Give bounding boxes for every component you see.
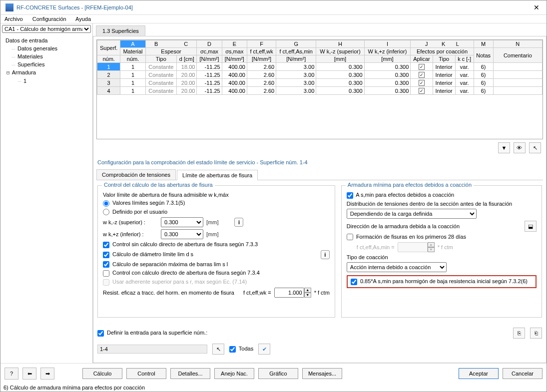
info-icon[interactable]: i [321, 250, 330, 259]
nav-tree: Datos de entrada Datos generales Materia… [0, 34, 92, 87]
chk-085asmin[interactable]: 0.85*A s,min para hormigón de baja resis… [351, 278, 528, 285]
subtab-fisura[interactable]: Límite de aberturas de fisura [177, 170, 258, 180]
chk-control-con-calculo[interactable]: Control con cálculo directo de abertura … [103, 270, 260, 277]
chk-fisuras-28dias[interactable]: Formación de fisuras en los primeros 28 … [347, 234, 466, 241]
col-letter-A[interactable]: A [120, 40, 145, 48]
menu-bar: Archivo Configuración Ayuda [0, 15, 547, 23]
view-icon[interactable]: 👁 [514, 142, 526, 153]
tab-superficies[interactable]: 1.3 Superficies [96, 25, 145, 36]
menu-ayuda[interactable]: Ayuda [75, 16, 91, 22]
chk-control-sin-calculo[interactable]: Control sin cálculo directo de abertura … [103, 241, 258, 248]
input-fct-asmin: ▲▼ [398, 242, 435, 252]
tree-armadura[interactable]: Armadura [0, 68, 92, 77]
tree-datos-generales[interactable]: Datos generales [0, 44, 92, 52]
input-fct-eff-wk[interactable]: ▲▼ [274, 288, 311, 298]
chk-separacion-maxima[interactable]: Cálculo de separación máxima de barras l… [103, 261, 228, 268]
col-superf: Superf. [97, 40, 120, 55]
table-row[interactable]: 41Constante20.00-11.25400.002.603.000.30… [97, 87, 543, 95]
nav-prev-icon[interactable]: ⬅ [22, 368, 36, 380]
tree-armadura-1[interactable]: 1 [0, 77, 92, 85]
input-wk-inferior[interactable]: 0.300 [161, 229, 203, 239]
btn-detalles[interactable]: Detalles... [170, 368, 210, 379]
nav-next-icon[interactable]: ➡ [40, 368, 54, 380]
btn-cancelar[interactable]: Cancelar [503, 368, 543, 379]
chk-adherente-superior: Usar adherente superior para s r, max se… [103, 279, 247, 286]
pick-surfaces-icon[interactable]: ↖ [212, 344, 224, 355]
table-row[interactable]: 11Constante18.00-11.25400.002.603.000.30… [97, 63, 543, 71]
tree-header: Datos de entrada [0, 36, 92, 44]
col-letter-BC[interactable]: B C [145, 40, 197, 48]
btn-anejo[interactable]: Anejo Nac. [214, 368, 254, 379]
select-tipo-coaccion[interactable]: Acción interna debido a coacción [347, 262, 447, 272]
input-superficie-num[interactable] [97, 345, 207, 354]
chk-asmin-coaccion[interactable]: A s,min para efectos debidos a coacción [347, 192, 454, 199]
tree-superficies[interactable]: Superficies [0, 60, 92, 68]
section-title: Configuración para la comprobación del e… [96, 156, 543, 168]
input-wk-superior[interactable]: 0.300 [161, 217, 203, 227]
menu-archivo[interactable]: Archivo [4, 16, 23, 22]
filter-icon[interactable]: ▼ [498, 142, 510, 153]
window-title: RF-CONCRETE Surfaces - [RFEM-Ejemplo-04] [16, 4, 532, 10]
table-row[interactable]: 21Constante20.00-11.25400.002.603.000.30… [97, 71, 543, 79]
import-icon[interactable]: ⎗ [530, 328, 542, 339]
btn-mensajes[interactable]: Mensajes... [302, 368, 342, 379]
subtab-tensiones[interactable]: Comprobación de tensiones [96, 169, 176, 180]
lbl-wkmax: Valor límite de abertura de fisura admis… [103, 192, 229, 198]
surfaces-grid[interactable]: Superf. A B C D E F G H I J K [96, 39, 543, 139]
btn-control[interactable]: Control [126, 368, 166, 379]
radio-definido-usuario[interactable]: Definido por el usuario [103, 209, 167, 216]
chk-diametro-limite[interactable]: Cálculo de diámetro límite lim d s [103, 251, 193, 258]
chk-definir-entrada[interactable]: Definir la entrada para la superficie nú… [97, 330, 207, 337]
direction-icon[interactable]: ⬓ [525, 221, 537, 232]
app-icon [5, 3, 13, 11]
radio-valores-limites[interactable]: Valores límites según 7.3.1(5) [103, 200, 185, 207]
apply-icon[interactable]: ✔ [258, 344, 270, 355]
highlight-085asmin: 0.85*A s,min para hormigón de baja resis… [347, 275, 537, 288]
fieldset-control-fisura: Control del cálculo de las aberturas de … [97, 185, 335, 318]
select-distribucion[interactable]: Dependiendo de la carga definida [347, 209, 477, 219]
btn-calculo[interactable]: Cálculo [82, 368, 122, 379]
table-row[interactable]: 31Constante20.00-11.25400.002.603.000.30… [97, 79, 543, 87]
fieldset-armadura-minima: Armadura mínima para efectos debidos a c… [341, 185, 542, 318]
info-icon[interactable]: i [234, 218, 243, 227]
btn-grafico[interactable]: Gráfico [258, 368, 298, 379]
chk-todas[interactable]: Todas [229, 346, 253, 353]
btn-aceptar[interactable]: Aceptar [459, 368, 499, 379]
status-bar: 6) Cálculo de armadura mínima para efect… [0, 384, 547, 392]
tree-materiales[interactable]: Materiales [0, 52, 92, 60]
pick-icon[interactable]: ↖ [529, 142, 541, 153]
menu-configuracion[interactable]: Configuración [32, 16, 66, 22]
export-icon[interactable]: ⎘ [513, 328, 525, 339]
case-selector[interactable]: CA1 - Cálculo de hormigón armado [2, 25, 91, 33]
help-icon[interactable]: ? [4, 368, 18, 380]
close-icon[interactable]: ✕ [532, 3, 542, 11]
